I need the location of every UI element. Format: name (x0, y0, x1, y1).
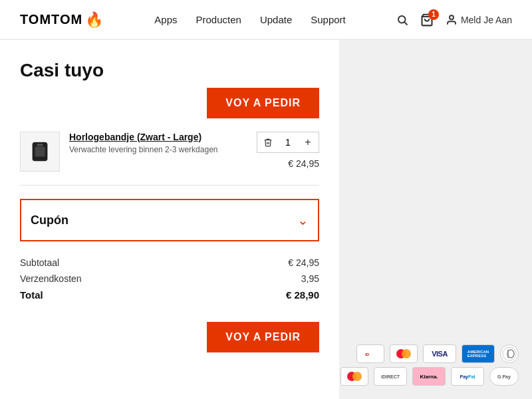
payment-row-1: iD VISA AMERICANEXPRESS (340, 344, 519, 363)
svg-line-1 (404, 22, 407, 25)
ideal-icon: iD (356, 344, 384, 363)
quantity-control: 1 + (257, 132, 319, 153)
product-price: € 24,95 (288, 158, 319, 169)
svg-point-3 (450, 15, 454, 19)
left-panel: Casi tuyo VOY A PEDIR Horlogebandje (Zwa… (0, 40, 339, 399)
total-row: Total € 28,90 (20, 289, 319, 301)
voy-a-pedir-button-bottom[interactable]: VOY A PEDIR (207, 322, 319, 352)
nav-apps[interactable]: Apps (154, 14, 177, 25)
gpay-icon: G Pay (489, 367, 519, 386)
search-icon (396, 14, 408, 26)
svg-rect-6 (37, 144, 43, 146)
total-value: € 28,90 (286, 289, 319, 301)
login-label: Meld Je Aan (461, 15, 512, 25)
idirect-icon: iDIRECT (374, 367, 407, 386)
nav-support[interactable]: Support (311, 14, 346, 25)
coupon-section[interactable]: Cupón ⌄ (20, 199, 319, 241)
visa-icon: VISA (423, 344, 456, 363)
svg-rect-5 (35, 146, 45, 156)
subtotaal-row: Subtotaal € 24,95 (20, 257, 319, 268)
user-icon (446, 14, 458, 26)
subtotaal-value: € 24,95 (288, 257, 319, 268)
svg-point-0 (398, 16, 406, 23)
main-layout: Casi tuyo VOY A PEDIR Horlogebandje (Zwa… (0, 40, 532, 399)
product-delivery: Verwachte levering binnen 2-3 werkdagen (69, 145, 247, 154)
logo: TOMTOM🔥 (20, 11, 104, 29)
nav-update[interactable]: Update (260, 14, 292, 25)
paypal-icon: PayPal (451, 367, 484, 386)
totals-section: Subtotaal € 24,95 Verzendkosten 3,95 Tot… (20, 257, 319, 301)
mastercard-icon (390, 344, 418, 363)
diners-icon (500, 344, 519, 363)
logo-text: TOMTOM (20, 12, 82, 27)
total-label: Total (20, 289, 43, 301)
product-info: Horlogebandje (Zwart - Large) Verwachte … (69, 132, 247, 154)
nav-producten[interactable]: Producten (196, 14, 241, 25)
svg-point-10 (402, 349, 411, 358)
page-title: Casi tuyo (20, 60, 319, 81)
quantity-increase-button[interactable]: + (297, 132, 319, 153)
cart-badge: 1 (428, 9, 439, 20)
product-image (20, 132, 60, 172)
quantity-decrease-button[interactable] (257, 132, 279, 153)
header: TOMTOM🔥 Apps Producten Update Support 1 (0, 0, 532, 40)
voy-a-pedir-button-top[interactable]: VOY A PEDIR (207, 88, 319, 118)
verzendkosten-label: Verzendkosten (20, 273, 82, 284)
mc-icon (340, 367, 368, 386)
verzendkosten-row: Verzendkosten 3,95 (20, 273, 319, 284)
right-panel-inner: iD VISA AMERICANEXPRESS (339, 40, 532, 399)
product-controls: 1 + € 24,95 (257, 132, 319, 169)
quantity-value: 1 (279, 137, 297, 148)
klarna-icon: Klarna. (412, 367, 446, 386)
chevron-down-icon: ⌄ (297, 212, 309, 228)
search-button[interactable] (396, 14, 408, 26)
verzendkosten-value: 3,95 (301, 273, 319, 284)
svg-point-15 (352, 372, 362, 381)
user-login[interactable]: Meld Je Aan (446, 14, 512, 26)
trash-icon (263, 138, 273, 147)
right-panel: iD VISA AMERICANEXPRESS (339, 40, 532, 399)
payment-row-2: iDIRECT Klarna. PayPal G Pay (340, 367, 519, 386)
svg-text:iD: iD (365, 352, 370, 356)
payment-icons-section: iD VISA AMERICANEXPRESS (340, 344, 519, 386)
coupon-label: Cupón (31, 213, 68, 227)
header-icons: 1 Meld Je Aan (396, 13, 512, 27)
product-name: Horlogebandje (Zwart - Large) (69, 132, 247, 142)
product-row: Horlogebandje (Zwart - Large) Verwachte … (20, 132, 319, 186)
product-thumbnail (27, 139, 53, 164)
main-nav: Apps Producten Update Support (154, 14, 346, 25)
logo-flame-icon: 🔥 (85, 11, 104, 29)
amex-icon: AMERICANEXPRESS (462, 344, 495, 363)
cart-button[interactable]: 1 (420, 13, 434, 27)
subtotaal-label: Subtotaal (20, 257, 59, 268)
